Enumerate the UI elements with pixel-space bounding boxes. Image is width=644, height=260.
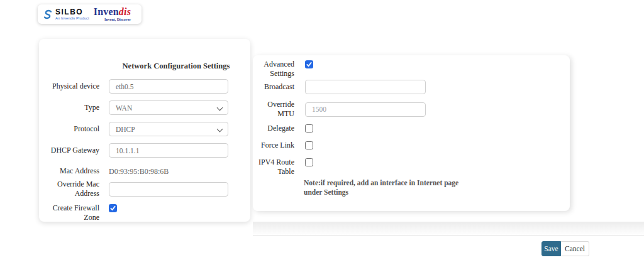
ipv4-route-table-label: IPV4 Route Table: [254, 158, 294, 176]
advanced-settings-label: Advanced Settings: [254, 60, 294, 79]
advanced-settings-card: Advanced Settings Broadcast Override MTU…: [253, 55, 570, 211]
override-mac-input[interactable]: [109, 182, 228, 197]
override-mac-label: Override Mac Address: [44, 180, 99, 198]
silbo-tagline: An Invendis Product: [55, 16, 89, 20]
advanced-settings-row: Advanced Settings: [254, 60, 569, 79]
dhcp-gateway-row: DHCP Gateway: [44, 143, 247, 158]
page-title: Network Configuration Settings: [102, 62, 250, 71]
protocol-select[interactable]: DHCP: [109, 122, 228, 136]
type-row: Type WAN: [44, 100, 247, 115]
ipv4-route-table-row: IPV4 Route Table: [254, 158, 569, 176]
check-icon: [306, 62, 312, 67]
type-label: Type: [44, 103, 99, 112]
footer-actions: Save Cancel: [541, 241, 589, 256]
protocol-label: Protocol: [44, 124, 99, 134]
force-link-row: Force Link: [254, 141, 569, 150]
create-firewall-zone-label: Create Firewall Zone: [44, 203, 99, 222]
invendis-wordmark: Invendis: [94, 7, 131, 17]
physical-device-row: Physical device: [44, 79, 247, 94]
save-button[interactable]: Save: [541, 241, 561, 256]
brand-logo-card: SILBO An Invendis Product Invendis Inven…: [38, 4, 142, 24]
protocol-row: Protocol DHCP: [44, 122, 247, 136]
mac-address-row: Mac Address D0:93:95:B0:98:6B: [44, 165, 247, 176]
chevron-down-icon: [217, 105, 223, 111]
chevron-down-icon: [217, 126, 223, 133]
override-mtu-row: Override MTU: [254, 100, 569, 119]
override-mtu-input[interactable]: [305, 102, 426, 117]
cancel-button[interactable]: Cancel: [561, 241, 589, 256]
silbo-wordmark: SILBO: [55, 8, 89, 16]
footer-divider: [253, 222, 644, 236]
broadcast-label: Broadcast: [254, 82, 294, 92]
dhcp-gateway-input[interactable]: [109, 143, 228, 158]
physical-device-label: Physical device: [44, 82, 99, 91]
physical-device-input[interactable]: [109, 79, 228, 94]
create-firewall-zone-checkbox[interactable]: [109, 204, 117, 212]
mac-address-value: D0:93:95:B0:98:6B: [109, 167, 169, 176]
advanced-settings-checkbox[interactable]: [305, 60, 313, 68]
override-mtu-label: Override MTU: [254, 100, 294, 119]
interface-note: Note:if required, add an interface in In…: [304, 178, 475, 197]
type-select[interactable]: WAN: [109, 100, 228, 115]
force-link-label: Force Link: [254, 141, 294, 150]
type-selected-value: WAN: [116, 104, 132, 112]
silbo-s-icon: [42, 9, 53, 20]
silbo-logo: SILBO An Invendis Product: [42, 8, 89, 20]
check-icon: [110, 205, 116, 211]
delegate-label: Delegate: [254, 124, 294, 133]
broadcast-row: Broadcast: [254, 80, 569, 94]
protocol-selected-value: DHCP: [116, 126, 135, 133]
delegate-row: Delegate: [254, 124, 569, 133]
invendis-logo: Invendis Invent, Discover: [94, 7, 131, 21]
dhcp-gateway-label: DHCP Gateway: [44, 146, 99, 155]
force-link-checkbox[interactable]: [305, 141, 313, 149]
create-firewall-zone-row: Create Firewall Zone: [44, 203, 247, 222]
network-configuration-card: Network Configuration Settings Physical …: [39, 39, 250, 222]
invendis-tagline: Invent, Discover: [94, 18, 131, 21]
ipv4-route-table-checkbox[interactable]: [305, 158, 313, 166]
delegate-checkbox[interactable]: [305, 124, 313, 133]
override-mac-row: Override Mac Address: [44, 180, 247, 198]
broadcast-input[interactable]: [305, 80, 426, 94]
mac-address-label: Mac Address: [44, 166, 99, 176]
